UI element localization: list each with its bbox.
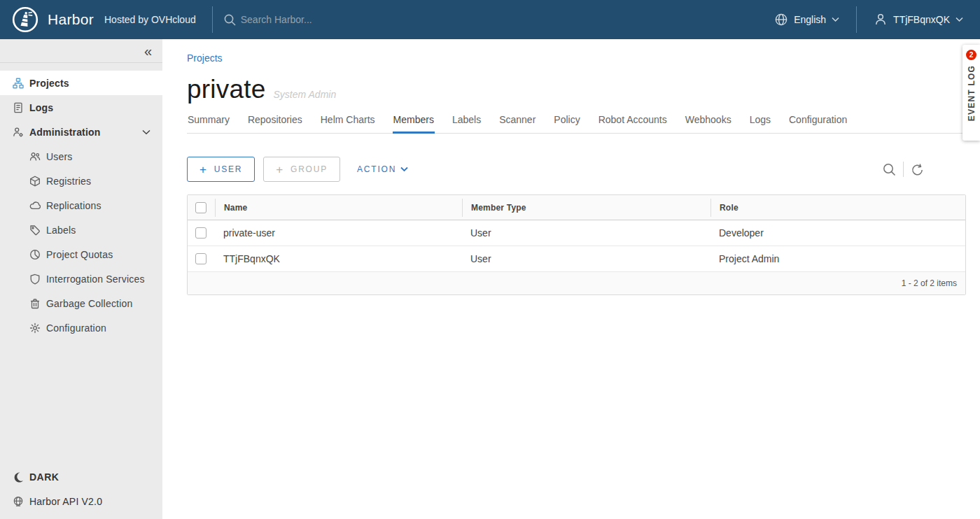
logs-list-icon <box>13 102 24 113</box>
member-type: User <box>462 246 710 271</box>
event-log-label: EVENT LOG <box>967 65 976 121</box>
member-name: TTjFBqnxQK <box>215 246 462 271</box>
tab-logs[interactable]: Logs <box>749 114 771 134</box>
add-user-button[interactable]: + USER <box>187 157 255 182</box>
tab-repositories[interactable]: Repositories <box>247 114 303 134</box>
tab-webhooks[interactable]: Webhooks <box>685 114 732 134</box>
chevron-down-icon[interactable] <box>142 129 150 135</box>
cube-icon <box>29 176 41 187</box>
filter-search-icon[interactable] <box>876 162 903 177</box>
sidebar-item-label: Project Quotas <box>46 249 113 260</box>
column-header-member-type[interactable]: Member Type <box>462 199 710 217</box>
globe-icon <box>774 13 788 27</box>
title-role-badge: System Admin <box>273 89 336 100</box>
refresh-icon[interactable] <box>904 162 931 177</box>
collapse-sidebar-icon[interactable]: « <box>144 44 152 58</box>
sidebar-item-users[interactable]: Users <box>0 144 162 169</box>
sidebar-item-administration[interactable]: Administration <box>0 120 162 144</box>
search-icon <box>223 13 237 27</box>
member-role: Project Admin <box>710 246 965 271</box>
member-type: User <box>462 220 710 246</box>
select-all-checkbox[interactable] <box>195 202 206 213</box>
tab-labels[interactable]: Labels <box>451 114 482 134</box>
sidebar-item-interrogation-services[interactable]: Interrogation Services <box>0 266 162 291</box>
user-icon <box>874 13 888 27</box>
administration-children: Users Registries Replications <box>0 144 162 340</box>
tab-robot-accounts[interactable]: Robot Accounts <box>598 114 668 134</box>
column-header-name[interactable]: Name <box>215 199 462 217</box>
app-header: Harbor Hosted by OVHcloud English <box>0 0 980 39</box>
admin-user-gear-icon <box>13 127 24 138</box>
row-checkbox[interactable] <box>195 227 206 239</box>
sidebar-item-label: Registries <box>46 176 91 187</box>
tag-icon <box>29 225 41 236</box>
search-input[interactable] <box>241 14 451 25</box>
plus-icon: + <box>200 164 208 176</box>
users-group-icon <box>29 151 41 162</box>
breadcrumb[interactable]: Projects <box>187 52 223 64</box>
tab-summary[interactable]: Summary <box>187 114 230 134</box>
sidebar-footer: DARK Harbor API V2.0 <box>0 464 162 519</box>
sidebar-item-replications[interactable]: Replications <box>0 193 162 218</box>
sidebar-nav: Projects Logs Ad <box>0 63 162 340</box>
sidebar-item-garbage-collection[interactable]: Garbage Collection <box>0 291 162 315</box>
row-checkbox[interactable] <box>195 253 206 264</box>
moon-icon <box>13 471 24 483</box>
event-log-tab[interactable]: 2 EVENT LOG <box>962 45 980 141</box>
brand-subtitle: Hosted by OVHcloud <box>104 14 196 25</box>
chevron-down-icon <box>955 17 963 22</box>
chevron-down-icon <box>400 166 408 172</box>
language-selector[interactable]: English <box>757 13 856 27</box>
sidebar-item-logs[interactable]: Logs <box>0 95 162 120</box>
sidebar-item-labels[interactable]: Labels <box>0 218 162 242</box>
harbor-api-link[interactable]: Harbor API V2.0 <box>0 489 162 513</box>
tab-configuration[interactable]: Configuration <box>788 114 848 134</box>
sidebar-item-label: Projects <box>29 78 69 89</box>
brand-title[interactable]: Harbor <box>48 11 94 28</box>
global-search[interactable] <box>223 13 451 27</box>
username-label: TTjFBqnxQK <box>893 14 950 25</box>
dark-mode-label: DARK <box>29 471 59 483</box>
add-group-label: GROUP <box>290 164 328 174</box>
language-label: English <box>794 14 826 25</box>
table-footer: 1 - 2 of 2 items <box>188 272 965 294</box>
user-menu[interactable]: TTjFBqnxQK <box>857 13 980 27</box>
tab-members[interactable]: Members <box>393 114 435 134</box>
column-header-role[interactable]: Role <box>710 199 965 217</box>
sidebar-item-configuration[interactable]: Configuration <box>0 315 162 340</box>
members-table: Name Member Type Role private-user User … <box>187 194 966 295</box>
sidebar-item-project-quotas[interactable]: Project Quotas <box>0 242 162 266</box>
add-group-button[interactable]: + GROUP <box>263 157 340 182</box>
theme-toggle-dark[interactable]: DARK <box>0 464 162 489</box>
sidebar-item-label: Users <box>46 151 73 162</box>
main-content: Projects private System Admin Summary Re… <box>162 39 980 519</box>
sidebar-item-label: Labels <box>46 225 76 236</box>
sidebar-item-label: Administration <box>29 127 101 138</box>
sidebar-item-label: Configuration <box>46 322 106 334</box>
add-user-label: USER <box>214 164 243 174</box>
sidebar: « Projects Logs <box>0 39 162 519</box>
chevron-down-icon <box>832 17 839 22</box>
sidebar-item-projects[interactable]: Projects <box>0 71 162 95</box>
members-toolbar: + USER + GROUP ACTION <box>187 157 966 182</box>
title-row: private System Admin <box>187 75 966 104</box>
project-tabs: Summary Repositories Helm Charts Members… <box>187 114 966 134</box>
tab-helm-charts[interactable]: Helm Charts <box>320 114 376 134</box>
table-row[interactable]: private-user User Developer <box>188 220 965 246</box>
sidebar-collapse-row: « <box>0 39 162 63</box>
org-chart-icon <box>13 78 24 89</box>
sidebar-item-label: Interrogation Services <box>46 273 145 285</box>
pie-quota-icon <box>29 249 41 260</box>
table-row[interactable]: TTjFBqnxQK User Project Admin <box>188 246 965 272</box>
tab-policy[interactable]: Policy <box>553 114 580 134</box>
api-globe-icon <box>13 496 24 507</box>
sidebar-item-registries[interactable]: Registries <box>0 169 162 193</box>
sidebar-item-label: Logs <box>29 102 53 113</box>
action-dropdown[interactable]: ACTION <box>357 164 408 174</box>
tab-scanner[interactable]: Scanner <box>498 114 536 134</box>
api-version-label: Harbor API V2.0 <box>29 496 102 507</box>
header-checkbox-cell <box>188 195 215 220</box>
harbor-logo-icon[interactable] <box>12 6 38 33</box>
plus-icon: + <box>276 164 284 176</box>
row-checkbox-cell <box>188 246 215 271</box>
